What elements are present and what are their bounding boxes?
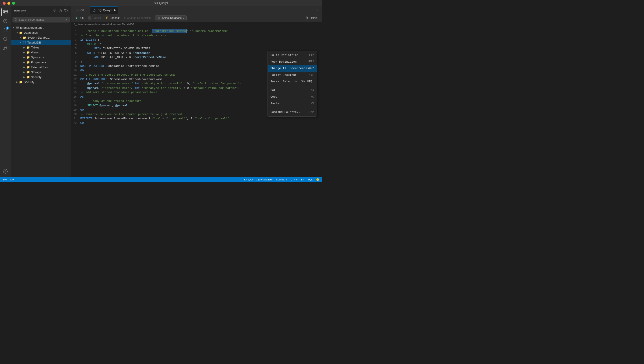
connect-button[interactable]: ⚡ Connect [103, 16, 121, 20]
minimize-button[interactable] [8, 2, 10, 5]
menu-item-copy[interactable]: Copy ⌘C [268, 94, 316, 100]
server-security-label: Security [24, 80, 34, 84]
external-resources-label: External Res... [31, 66, 50, 69]
shortcut-label: ⌥F12 [308, 60, 314, 64]
menu-item-change-all-occurrences[interactable]: Change All Occurrences ⌘F2 [268, 65, 316, 72]
server-search-box[interactable]: ✕ [12, 17, 70, 23]
run-button[interactable]: ▶ Run [74, 16, 86, 20]
explain-button[interactable]: Explain [303, 16, 319, 20]
more-tabs-button[interactable]: ··· [314, 6, 322, 14]
tree-item-server-security[interactable]: ▶ 📁 Security [11, 80, 71, 84]
new-connection-button[interactable] [52, 8, 57, 13]
line-ending-info: LF [301, 178, 304, 181]
shortcut-label: ⌥⇧F [309, 73, 314, 77]
menu-item-label: Format Selection [⌘K ⌘F] [270, 80, 312, 84]
language-mode[interactable]: SQL [308, 178, 312, 181]
menu-item-label: Cut [270, 88, 276, 93]
programmability-label: Programma... [31, 61, 49, 64]
error-count: ⊗ 0 [3, 178, 7, 181]
system-db-label: System Databa... [27, 36, 50, 39]
tree-item-db-security[interactable]: ▶ 📁 Security [11, 75, 71, 80]
editor-tab[interactable]: SQLQuery1 [90, 6, 118, 14]
tree-item-views[interactable]: ▶ 📁 Views [11, 50, 71, 55]
shortcut-label: ⌘V [311, 101, 314, 106]
menu-item-label: Copy [270, 95, 278, 99]
sidebar-item-settings[interactable] [1, 167, 10, 175]
menu-item-label: Go to Definition [270, 53, 298, 58]
sidebar-item-search[interactable] [1, 35, 10, 43]
notification-badge: 1 [6, 27, 9, 30]
chevron-icon: ▶ [22, 56, 26, 59]
warning-count: ⚠ 0 [10, 178, 14, 181]
menu-item-go-to-definition[interactable]: Go to Definition F12 [268, 52, 316, 59]
svg-point-5 [4, 37, 7, 41]
menu-item-format-document[interactable]: Format Document ⌥⇧F [268, 72, 316, 79]
sidebar-item-servers[interactable] [1, 8, 10, 16]
code-line-4: 4 SELECT * [71, 42, 322, 47]
window-title: SQLQuery1 [154, 2, 168, 5]
tree-item-synonyms[interactable]: ▶ 📁 Synonyms [11, 55, 71, 60]
run-icon: ▶ [76, 16, 78, 20]
traffic-lights [3, 2, 15, 5]
editor-area: SERVE... SQLQuery1 ··· ▶ Run ⬛ Cancel [71, 6, 322, 177]
tree-item-databases[interactable]: ▾ 📁 Databases [11, 30, 71, 35]
sidebar-item-notifications[interactable]: 1 [1, 26, 10, 34]
tree-item-storage[interactable]: ▶ 📁 Storage [11, 70, 71, 75]
menu-item-command-palette[interactable]: Command Palette... ⇧⌘P [268, 109, 316, 116]
tree-item-tutorialdb[interactable]: ▾ TutorialDB [11, 40, 71, 45]
maximize-button[interactable] [12, 2, 15, 5]
sql-file-icon [92, 9, 96, 12]
server-icon [15, 26, 19, 30]
svg-point-2 [4, 11, 5, 11]
run-label: Run [79, 16, 84, 20]
chevron-icon: ▶ [22, 70, 26, 74]
context-menu: Go to Definition F12 Peek Definition ⌥F1… [268, 51, 317, 117]
tree-item-programmability[interactable]: ▶ 📁 Programma... [11, 60, 71, 65]
spaces-info: Spaces: 4 [276, 178, 287, 181]
chevron-icon: ▾ [12, 26, 15, 30]
error-icon: ⊗ [3, 178, 5, 181]
menu-item-peek-definition[interactable]: Peek Definition ⌥F12 [268, 59, 316, 65]
connect-icon: ⚡ [105, 16, 108, 20]
chevron-icon: ▶ [19, 36, 22, 39]
refresh-button[interactable] [64, 8, 68, 13]
tree-item-server[interactable]: ▾ tutorialserver.dat... [11, 25, 71, 30]
chevron-icon: ▶ [22, 75, 26, 79]
tree-item-external-resources[interactable]: ▶ 📁 External Res... [11, 65, 71, 70]
select-database-dropdown[interactable]: Select Database ▾ [155, 16, 186, 21]
status-left: ⊗ 0 ⚠ 0 [3, 178, 14, 181]
change-connection-button[interactable]: ⟳ Change Connection [122, 16, 152, 20]
menu-item-format-selection[interactable]: Format Selection [⌘K ⌘F] [268, 78, 316, 85]
toolbar: ▶ Run ⬛ Cancel ⚡ Connect ⟳ Change Connec… [71, 14, 322, 22]
smiley-icon: 🙂 [316, 178, 319, 181]
svg-point-15 [15, 19, 17, 21]
sidebar-item-git[interactable] [1, 44, 10, 52]
search-input[interactable] [19, 18, 64, 21]
cancel-icon: ⬛ [88, 16, 92, 20]
databases-label: Databases [24, 31, 38, 34]
folder-icon: 📁 [19, 80, 23, 84]
cancel-button[interactable]: ⬛ Cancel [86, 16, 102, 20]
sidebar-header: SERVERS [11, 6, 71, 15]
tree-item-system-databases[interactable]: ▶ 📁 System Databa... [11, 35, 71, 40]
code-line-5: 5 FROM INFORMATION_SCHEMA.ROUTINES [71, 47, 322, 51]
chevron-icon: ▶ [22, 46, 26, 49]
synonyms-label: Synonyms [31, 56, 44, 59]
search-icon [14, 18, 18, 21]
tree-item-tables[interactable]: ▶ 📁 Tables [11, 45, 71, 50]
close-icon[interactable]: ✕ [65, 18, 68, 21]
close-button[interactable] [3, 2, 6, 5]
code-editor[interactable]: 1 -- Create a new stored procedure calle… [71, 27, 322, 177]
select-database-label: Select Database [162, 16, 182, 20]
shortcut-label: ⌘C [311, 95, 314, 99]
menu-item-paste[interactable]: Paste ⌘V [268, 100, 316, 107]
code-line-3: 3 IF EXISTS ( [71, 38, 322, 42]
menu-item-cut[interactable]: Cut ⌘X [268, 87, 316, 94]
tab-bar: SERVE... SQLQuery1 ··· [71, 6, 322, 14]
database-icon [22, 40, 26, 45]
disconnect-button[interactable] [58, 8, 63, 13]
chevron-icon: ▶ [15, 80, 19, 84]
sidebar-item-history[interactable] [1, 17, 10, 25]
change-connection-icon: ⟳ [124, 17, 126, 20]
shortcut-label: ⇧⌘P [309, 110, 314, 114]
